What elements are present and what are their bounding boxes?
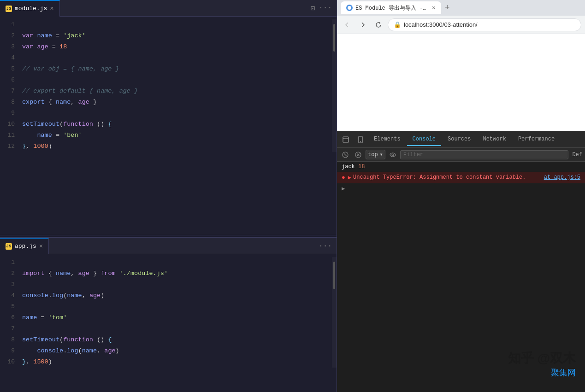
scrollbar-app[interactable]	[332, 257, 337, 368]
bottom-editor-tabbar: JS app.js × ···	[0, 238, 337, 254]
filter-placeholder: Filter	[403, 152, 423, 158]
console-clear-icon[interactable]	[340, 149, 351, 160]
tab-network[interactable]: Network	[477, 133, 511, 146]
forward-button[interactable]	[356, 18, 369, 31]
devtools-tab-bar: Elements Console Sources Network Perform…	[337, 131, 585, 148]
tab-network-label: Network	[483, 136, 506, 142]
line-numbers-app: 12345 678910	[0, 257, 22, 368]
console-stop-icon[interactable]	[353, 149, 364, 160]
bottom-editor-actions: ···	[319, 242, 337, 250]
code-lines-module: var name = 'jack' var age = 18 // var ob…	[22, 19, 332, 152]
svg-point-10	[390, 153, 396, 157]
svg-point-0	[348, 6, 351, 10]
tab-module-js-label: module.js	[15, 5, 47, 12]
tab-sources-label: Sources	[448, 136, 471, 142]
console-eye-icon[interactable]	[387, 149, 398, 160]
tab-app-js[interactable]: JS app.js ×	[0, 238, 49, 254]
url-text: localhost:3000/03-attention/	[404, 21, 478, 28]
svg-rect-1	[343, 137, 349, 142]
console-filter-input[interactable]: Filter	[400, 150, 569, 159]
console-error-uncaught: ● ▶ Uncaught TypeError: Assignment to co…	[337, 172, 585, 183]
scrollbar-thumb-module	[333, 24, 335, 52]
browser-tab-title: ES Module 导出与导入 - 注意事	[355, 4, 429, 12]
bottom-more-actions-icon[interactable]: ···	[319, 242, 332, 250]
browser-page-content	[337, 34, 585, 131]
js-file-icon: JS	[6, 6, 12, 12]
devtools-device-icon[interactable]	[354, 133, 367, 146]
console-output-jack: jack 18	[337, 162, 585, 172]
reload-button[interactable]	[372, 18, 385, 31]
bottom-editor: JS app.js × ··· 12345 678910 import { na…	[0, 238, 337, 392]
console-output-area: jack 18 ● ▶ Uncaught TypeError: Assignme…	[337, 162, 585, 392]
prompt-arrow-icon: ▶	[342, 185, 345, 192]
svg-point-4	[360, 141, 361, 142]
browser-tab-bar: ES Module 导出与导入 - 注意事 × +	[337, 0, 585, 16]
tab-app-js-close[interactable]: ×	[39, 243, 43, 250]
js-file-icon-app: JS	[6, 243, 12, 250]
tab-module-js[interactable]: JS module.js ×	[0, 0, 60, 17]
error-icon: ●	[342, 174, 345, 181]
tab-elements-label: Elements	[374, 136, 401, 142]
top-editor-tabbar: JS module.js × ⊡ ···	[0, 0, 337, 17]
lock-icon: 🔒	[394, 21, 401, 29]
console-context-select[interactable]: top ▾	[366, 150, 385, 159]
error-triangle: ▶	[348, 174, 351, 181]
console-default-label: Def	[572, 152, 582, 158]
back-button[interactable]	[341, 18, 354, 31]
tab-elements[interactable]: Elements	[368, 133, 406, 146]
svg-point-11	[392, 154, 394, 156]
console-context-value: top	[368, 152, 378, 158]
app-js-code: 12345 678910 import { name, age } from '…	[0, 254, 337, 370]
error-source-link[interactable]: at app.js:5	[544, 174, 580, 181]
split-editor-icon[interactable]: ⊡	[311, 4, 315, 13]
tab-sources[interactable]: Sources	[442, 133, 476, 146]
console-prompt: ▶	[337, 183, 585, 194]
tab-app-js-label: app.js	[15, 243, 36, 250]
tab-performance-label: Performance	[518, 136, 555, 142]
error-text: Uncaught TypeError: Assignment to consta…	[353, 174, 526, 181]
browser-tab-close[interactable]: ×	[432, 5, 436, 12]
editor-actions: ⊡ ···	[311, 4, 337, 13]
tab-console-label: Console	[413, 136, 436, 142]
scrollbar-module[interactable]	[332, 19, 337, 152]
devtools-panel: Elements Console Sources Network Perform…	[337, 131, 585, 392]
new-tab-button[interactable]: +	[443, 3, 452, 12]
browser-favicon	[346, 5, 353, 11]
svg-line-6	[344, 153, 347, 156]
more-actions-icon[interactable]: ···	[319, 4, 332, 13]
tab-module-js-close[interactable]: ×	[50, 6, 53, 12]
address-bar[interactable]: 🔒 localhost:3000/03-attention/	[388, 18, 581, 31]
devtools-inspect-icon[interactable]	[339, 133, 353, 146]
line-numbers-module: 12345 678910 1112	[0, 19, 22, 152]
tab-console[interactable]: Console	[407, 133, 441, 146]
console-output-text: jack 18	[342, 164, 365, 170]
console-toolbar: top ▾ Filter Def	[337, 148, 585, 162]
tab-performance[interactable]: Performance	[513, 133, 560, 146]
code-lines-app: import { name, age } from './module.js' …	[22, 257, 332, 368]
scrollbar-thumb-app	[333, 262, 335, 289]
module-js-code: 12345 678910 1112 var name = 'jack' var …	[0, 17, 337, 155]
chevron-down-icon: ▾	[380, 151, 383, 158]
browser-nav-bar: 🔒 localhost:3000/03-attention/	[337, 16, 585, 34]
browser-tab-es-module[interactable]: ES Module 导出与导入 - 注意事 ×	[341, 1, 441, 14]
